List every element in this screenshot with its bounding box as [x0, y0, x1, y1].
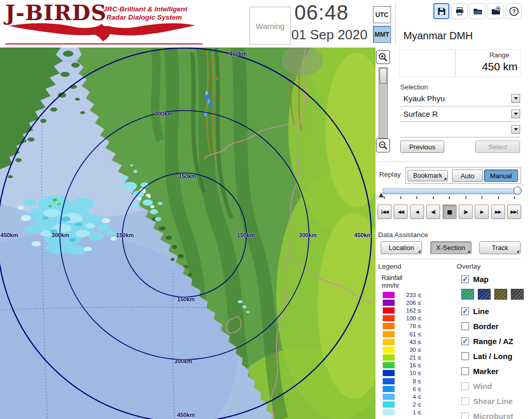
legend-color-swatch: [383, 323, 395, 329]
legend-row: 21 ≤: [383, 354, 421, 362]
replay-time-slider[interactable]: [379, 186, 521, 200]
site-dropdown-button[interactable]: [511, 94, 520, 103]
overlay-item-map[interactable]: ✓ Map: [461, 274, 528, 284]
checkbox-map[interactable]: ✓: [461, 275, 469, 283]
overlay-items: ✓LineBorder✓Range / AZLati / LongMarkerW…: [461, 306, 528, 419]
overlay-item-label: Marker: [473, 367, 498, 376]
bookmark-button[interactable]: Bookmark: [408, 170, 448, 181]
option-select-field[interactable]: [400, 123, 520, 137]
overlay-item-microburst: Microburst: [461, 411, 528, 419]
zoom-scrollbar[interactable]: [379, 67, 388, 138]
checkbox-lati-long[interactable]: [461, 352, 469, 360]
fast-forward-button[interactable]: ▶▶: [491, 205, 505, 219]
site-select-value: Kyauk Phyu: [403, 94, 445, 103]
range-panel-blank: [400, 50, 456, 76]
legend-row-label: 43 ≤: [399, 339, 421, 345]
legend-row-label: 61 ≤: [399, 331, 421, 337]
map-style-terrain-green[interactable]: [461, 289, 474, 300]
manual-mode-button[interactable]: Manual: [484, 169, 518, 182]
print-icon: [455, 6, 465, 17]
checkbox-wind: [461, 382, 469, 390]
legend-row-label: 4 ≤: [399, 394, 421, 400]
mmt-button[interactable]: MMT: [373, 26, 391, 43]
checkbox-marker[interactable]: [461, 367, 469, 375]
legend-rows: 233 ≤206 ≤162 ≤100 ≤78 ≤61 ≤43 ≤30 ≤21 ≤…: [383, 291, 421, 416]
zoom-scrollbar-thumb[interactable]: [380, 68, 387, 84]
legend-color-swatch: [383, 409, 395, 415]
map-style-terrain-olive[interactable]: [494, 289, 507, 300]
legend-row: 30 ≤: [383, 346, 421, 353]
legend-row: 16 ≤: [383, 362, 421, 369]
overlay-item-line[interactable]: ✓Line: [461, 306, 528, 316]
open-button[interactable]: [470, 3, 486, 19]
play-button[interactable]: ▶: [475, 205, 489, 219]
step-back-button[interactable]: ◀|: [426, 205, 440, 219]
play-reverse-button[interactable]: ◀: [410, 205, 424, 219]
slider-tick: [498, 196, 499, 199]
site-select-field[interactable]: Kyauk Phyu: [400, 92, 520, 106]
range-label: Range: [490, 51, 518, 59]
step-forward-button[interactable]: |▶: [459, 205, 473, 219]
checkbox-line[interactable]: ✓: [461, 307, 469, 315]
jump-end-button[interactable]: ▶▶|: [507, 205, 521, 219]
section-divider: [376, 259, 521, 259]
auto-mode-button[interactable]: Auto: [452, 169, 483, 182]
slider-track[interactable]: [383, 189, 519, 194]
legend-row: 43 ≤: [383, 338, 421, 346]
legend-color-swatch: [383, 300, 395, 306]
legend-row-label: 100 ≤: [399, 315, 421, 321]
legend-color-swatch: [383, 362, 395, 368]
location-button[interactable]: Location: [381, 241, 422, 254]
help-button[interactable]: ?: [506, 3, 522, 19]
jbirds-app: J-BIRDS JRC-Brilliant & Intelligent Rada…: [0, 0, 532, 419]
legend-color-swatch: [383, 347, 395, 353]
overlay-item-border[interactable]: Border: [461, 321, 528, 331]
map-style-terrain-navy[interactable]: [478, 289, 491, 300]
radar-map[interactable]: 450km300km150km450km300km150km150km300km…: [0, 48, 375, 419]
checkbox-range-az[interactable]: ✓: [461, 337, 469, 345]
slider-tick: [449, 196, 450, 199]
map-style-terrain-gray[interactable]: [511, 289, 524, 300]
export-button[interactable]: [488, 3, 504, 19]
legend-color-swatch: [383, 386, 395, 392]
legend-row-label: 2 ≤: [399, 401, 421, 408]
jump-start-button[interactable]: |◀◀: [378, 205, 392, 219]
overlay-item-lati-long[interactable]: Lati / Long: [461, 351, 528, 361]
legend-row: 233 ≤: [383, 291, 421, 299]
zoom-out-button[interactable]: [376, 138, 390, 152]
logo-subtitle-line1: JRC-Brilliant & Intelligent: [103, 5, 187, 13]
overlay-item-marker[interactable]: Marker: [461, 366, 528, 376]
legend-color-swatch: [383, 354, 395, 361]
zoom-in-button[interactable]: [376, 50, 390, 64]
overlay-item-range-az[interactable]: ✓Range / AZ: [461, 336, 528, 346]
option-dropdown-button[interactable]: [511, 125, 520, 134]
eagle-logo-icon: [7, 21, 197, 41]
select-button[interactable]: Select: [475, 141, 520, 153]
print-button[interactable]: [451, 3, 467, 19]
track-button[interactable]: Track: [479, 241, 521, 254]
data-assistance-buttons: Location X-Section Track: [381, 241, 521, 254]
fast-rewind-button[interactable]: ◀◀: [394, 205, 408, 219]
legend-row: 1 ≤: [383, 409, 421, 416]
legend-row: 206 ≤: [383, 299, 421, 306]
product-select-field[interactable]: Surface R: [400, 107, 520, 122]
chevron-down-icon: [514, 97, 518, 100]
utc-button[interactable]: UTC: [373, 6, 391, 23]
overlay-item-label: Border: [473, 322, 498, 331]
slider-tick: [416, 196, 417, 199]
slider-tick: [514, 196, 515, 199]
overlay-item-label: Lati / Long: [473, 352, 512, 361]
legend-row-label: 30 ≤: [399, 347, 421, 353]
stop-button[interactable]: ■: [443, 205, 457, 219]
slider-tick: [400, 196, 401, 199]
logo-underline: [5, 43, 202, 44]
warning-indicator: Warning: [249, 7, 291, 45]
product-dropdown-button[interactable]: [511, 110, 520, 118]
legend-color-swatch: [383, 307, 395, 314]
save-button[interactable]: [433, 3, 449, 19]
checkbox-border[interactable]: [461, 322, 469, 330]
slider-thumb[interactable]: [513, 187, 522, 195]
range-value: 450 km: [482, 60, 518, 73]
x-section-button[interactable]: X-Section: [430, 241, 472, 254]
previous-button[interactable]: Previous: [400, 141, 444, 153]
